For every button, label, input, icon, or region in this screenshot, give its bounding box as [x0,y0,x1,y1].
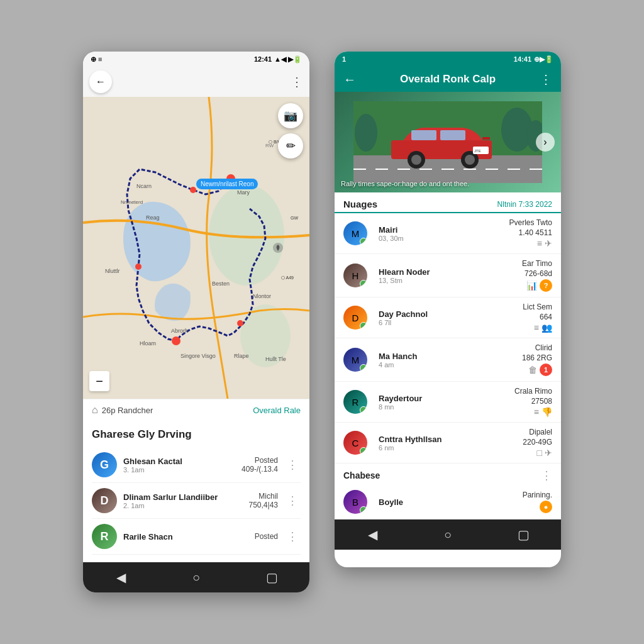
avatar: M [343,221,367,245]
stage-sub: 6 nm [379,444,516,452]
chabese-more-button[interactable]: ⋮ [541,469,552,482]
stage-name: Boylle [379,497,516,507]
svg-text:Mary: Mary [237,189,250,196]
svg-text:Ncarn: Ncarn [136,183,152,189]
car-caption: Rally times sape-or:hage do and ont thee… [341,180,469,187]
carousel-next-button[interactable]: › [536,133,555,152]
avatar: G [92,452,117,477]
left-map-toolbar: ← ⋮ [83,67,309,97]
driver-more-button[interactable]: ⋮ [284,530,301,543]
svg-text:Singore Visgo: Singore Visgo [180,353,216,359]
nav-back-button[interactable]: ◀ [108,565,133,590]
filter-icon: ≡ [537,238,542,248]
driver-value: 409-/(.13.4 [242,465,278,474]
list-item: M Ma Hanch 4 am Clirid 186 2RG 🗑 1 [335,338,561,382]
driver-more-button[interactable]: ⋮ [284,458,301,472]
right-status-icons: ⊕▶🔋 [534,55,553,64]
stage-name: Hlearn Noder [379,267,516,277]
svg-point-5 [135,264,142,270]
chabese-badge: ● [540,501,552,513]
stage-value2: 664 [540,313,552,321]
chabese-section-header: Chabese ⋮ [335,464,561,485]
svg-point-36 [411,155,421,165]
question-badge: ? [540,279,552,292]
svg-text:GW: GW [291,216,298,220]
left-phone: ⊕ ≡ 12:41 ▲◀ ▶🔋 ← ⋮ [83,52,309,592]
list-item: M Mairi 03, 30m Pverles Twto 1.40 4511 ≡… [335,213,561,254]
nav-home-button[interactable]: ○ [435,522,460,547]
stage-sub: 8 mn [379,403,508,411]
overall-rale-link[interactable]: Overald Rale [253,406,301,415]
svg-point-4 [190,187,196,193]
stage-right: Lict Sem 664 ≡ 👥 [523,303,552,333]
filter-icon: ≡ [534,407,539,417]
table-row: R Rarile Shacn Posted ⋮ [92,519,301,555]
stage-name: Raydertour [379,394,508,403]
stage-right: Dipalel 220-49G □ ✈ [523,428,552,458]
map-zoom-minus[interactable]: − [89,371,109,391]
stage-right: Ear Timo 726-68d 📊 ? [522,259,552,292]
send-icon: ✈ [545,448,552,458]
online-badge [360,280,367,287]
online-badge [360,238,367,245]
stage-value: Parining. [523,491,552,499]
svg-text:Hullt Tle: Hullt Tle [265,356,286,362]
stage-name: Mairi [379,225,503,235]
driver-more-button[interactable]: ⋮ [284,494,301,508]
chabese-title: Chabese [343,470,380,480]
nav-recents-button[interactable]: ▢ [511,522,536,547]
svg-text:Nlontor: Nlontor [253,293,271,299]
filter-icon: ≡ [534,323,539,333]
stage-value1: Clirid [535,343,552,352]
driver-sub: 2. 1am [123,502,243,509]
stage-value1: Ear Timo [522,259,552,268]
driver-name: Rarile Shacn [123,532,248,541]
left-bottom-nav: ◀ ○ ▢ [83,562,309,592]
stage-value2: 220-49G [523,438,552,447]
map-camera-fab[interactable]: 📷 [278,103,303,128]
stage-sub: 03, 30m [379,235,503,242]
map-area[interactable]: Ncarn Nnmeterd Reag Nluttlr Hloam Singor… [83,97,309,399]
more-menu-button[interactable]: ⋮ [291,74,303,89]
car-svg: JTE [335,92,561,192]
right-back-button[interactable]: ← [343,72,356,87]
online-badge [360,447,367,455]
svg-text:Nluttlr: Nluttlr [105,268,120,274]
group-icon: 👥 [541,323,552,333]
dislike-icon: 👎 [541,407,552,417]
stages-date: Nltnin 7:33 2022 [497,200,552,209]
avatar: R [92,524,117,549]
stage-value1: Dipalel [529,428,552,436]
stage-right: Parining. ● [523,491,552,513]
share-icon: ✈ [545,238,552,248]
map-edit-fab[interactable]: ✏ [278,133,303,158]
svg-text:Besten: Besten [212,280,230,287]
online-badge [360,406,367,414]
back-button[interactable]: ← [89,70,112,93]
nav-back-button[interactable]: ◀ [360,522,385,547]
driver-right: Posted 409-/(.13.4 [242,456,278,474]
nav-home-button[interactable]: ○ [184,565,209,590]
list-item: D Day Pachnol 6 7ll Lict Sem 664 ≡ 👥 [335,297,561,338]
right-phone: 1 14:41 ⊕▶🔋 ← Overald Ronk Calp ⋮ [335,52,561,567]
stage-sub: 13, Stm [379,277,516,284]
svg-text:Reag: Reag [146,214,160,221]
stage-value1: Crala Rimo [514,387,552,396]
avatar: D [92,488,117,513]
driver-sub: 3. 1am [123,466,235,474]
svg-rect-41 [482,137,490,140]
nav-recents-button[interactable]: ▢ [259,565,284,590]
home-icon: ⌂ [92,404,98,416]
stage-value1: Pverles Twto [509,218,552,227]
stages-header: Nuages Nltnin 7:33 2022 [335,192,561,213]
stage-right: Crala Rimo 27508 ≡ 👎 [514,387,552,417]
right-more-button[interactable]: ⋮ [540,72,552,87]
stage-value2: 1.40 4511 [519,228,552,237]
right-status-bar: 1 14:41 ⊕▶🔋 [335,52,561,67]
stage-list: M Mairi 03, 30m Pverles Twto 1.40 4511 ≡… [335,213,561,464]
svg-text:Nnmeterd: Nnmeterd [121,199,143,205]
stage-sub: 6 7ll [379,319,516,326]
right-toolbar: ← Overald Ronk Calp ⋮ [335,67,561,92]
driver-list: G Ghlesan Kactal 3. 1am Posted 409-/(.13… [92,447,301,555]
chart-icon: 📊 [526,280,537,291]
